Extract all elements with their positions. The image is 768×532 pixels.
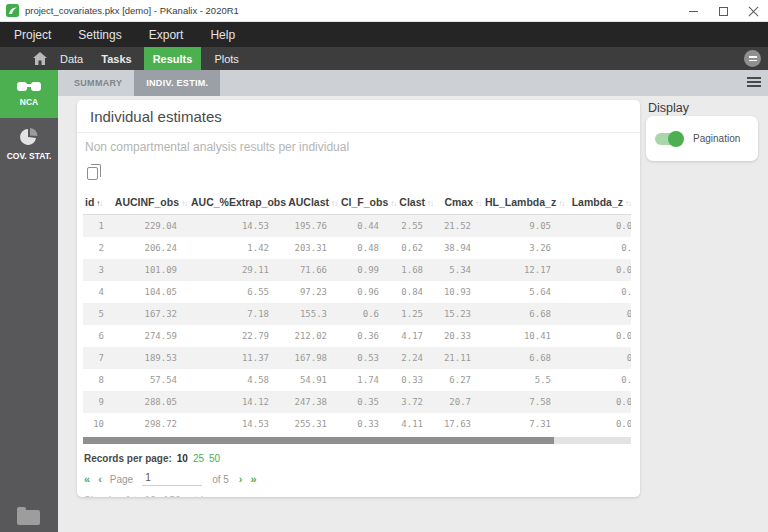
table-cell: 0.33	[341, 413, 393, 435]
pagination-toggle-label: Pagination	[693, 133, 740, 144]
table-cell: 0.077	[565, 215, 631, 238]
tab-results[interactable]: Results	[144, 47, 202, 70]
table-row: 9288.0514.12247.380.353.7220.77.580.091	[83, 391, 631, 413]
column-header-clast[interactable]: Clast↑↓	[393, 190, 437, 215]
column-header-id[interactable]: id↑↓	[83, 190, 113, 215]
table-cell: 57.54	[113, 369, 191, 391]
table-cell: 0.62	[393, 237, 437, 259]
table-row: 7189.5311.37167.980.532.2421.116.680.1	[83, 347, 631, 369]
column-header-hl_lambda_z[interactable]: HL_Lambda_z↑↓	[485, 190, 565, 215]
close-icon	[748, 6, 759, 17]
menu-settings[interactable]: Settings	[78, 28, 121, 42]
table-cell: 206.24	[113, 237, 191, 259]
folder-icon[interactable]	[17, 510, 40, 525]
table-cell: 9.05	[485, 215, 565, 238]
table-cell: 167.98	[283, 347, 341, 369]
last-page-button[interactable]: »	[251, 473, 257, 485]
records-option-10[interactable]: 10	[177, 453, 188, 464]
table-cell: 0.1	[565, 303, 631, 325]
table-horizontal-scrollbar[interactable]	[83, 437, 631, 444]
table-cell: 22.79	[191, 325, 283, 347]
table-cell: 6.55	[191, 281, 283, 303]
table-cell: 0.12	[565, 369, 631, 391]
table-cell: 1.74	[341, 369, 393, 391]
first-page-button[interactable]: «	[84, 473, 90, 485]
close-button[interactable]	[738, 0, 768, 22]
subtab-summary[interactable]: SUMMARY	[62, 70, 134, 96]
sidebar-item-cov-stat[interactable]: COV. STAT.	[0, 118, 58, 170]
table-cell: 0.44	[341, 215, 393, 238]
table-cell: 0.1	[565, 347, 631, 369]
table-cell: 0.6	[341, 303, 393, 325]
tab-data[interactable]: Data	[58, 47, 85, 70]
page-title: Individual estimates	[77, 100, 640, 133]
table-cell: 0.12	[565, 281, 631, 303]
table-cell: 6.27	[437, 369, 485, 391]
tab-tasks[interactable]: Tasks	[99, 47, 133, 70]
sidebar-item-label: COV. STAT.	[7, 151, 52, 161]
table-cell: 155.3	[283, 303, 341, 325]
table-header-row: id↑↓AUCINF_obs↑↓AUC_%Extrap_obs↑↓AUClast…	[83, 190, 631, 215]
table-cell: 20.33	[437, 325, 485, 347]
subtab-indiv-estim[interactable]: INDIV. ESTIM.	[134, 70, 220, 96]
table-cell: 7	[83, 347, 113, 369]
records-option-25[interactable]: 25	[193, 453, 204, 464]
records-option-50[interactable]: 50	[209, 453, 220, 464]
table-cell: 5.64	[485, 281, 565, 303]
table-cell: 7.31	[485, 413, 565, 435]
previous-page-button[interactable]: ‹	[98, 473, 102, 485]
menu-project[interactable]: Project	[14, 28, 51, 42]
table-cell: 14.53	[191, 215, 283, 238]
table-cell: 38.94	[437, 237, 485, 259]
table-cell: 54.91	[283, 369, 341, 391]
sidebar: NCA COV. STAT.	[0, 70, 58, 532]
scrollbar-thumb[interactable]	[83, 437, 554, 444]
menu-icon[interactable]	[747, 77, 761, 87]
table-cell: 6.68	[485, 347, 565, 369]
table-cell: 0.96	[341, 281, 393, 303]
table-cell: 274.59	[113, 325, 191, 347]
table-cell: 21.11	[437, 347, 485, 369]
records-per-page-label: Records per page:	[84, 453, 172, 464]
table-cell: 1.25	[393, 303, 437, 325]
table-cell: 5	[83, 303, 113, 325]
table-cell: 21.52	[437, 215, 485, 238]
minimize-button[interactable]	[678, 0, 708, 22]
table-cell: 14.12	[191, 391, 283, 413]
table-cell: 7.58	[485, 391, 565, 413]
feedback-chat-icon[interactable]	[744, 50, 761, 67]
table-cell: 0.84	[393, 281, 437, 303]
main-content: Individual estimates Non compartmental a…	[58, 96, 768, 532]
page-number-input[interactable]	[142, 472, 202, 486]
column-header-auc_%extrap_obs[interactable]: AUC_%Extrap_obs↑↓	[191, 190, 283, 215]
table-cell: 12.17	[485, 259, 565, 281]
column-header-auclast[interactable]: AUClast↑↓	[283, 190, 341, 215]
sidebar-item-nca[interactable]: NCA	[0, 70, 58, 118]
menu-help[interactable]: Help	[210, 28, 235, 42]
column-header-cmax[interactable]: Cmax↑↓	[437, 190, 485, 215]
glasses-icon	[17, 81, 41, 93]
home-icon[interactable]	[33, 52, 47, 65]
table-cell: 0.095	[565, 413, 631, 435]
copy-icon[interactable]	[87, 167, 98, 180]
column-header-cl_f_obs[interactable]: Cl_F_obs↑↓	[341, 190, 393, 215]
table-cell: 20.7	[437, 391, 485, 413]
next-page-button[interactable]: ›	[239, 473, 243, 485]
table-cell: 3	[83, 259, 113, 281]
minimize-icon	[689, 11, 698, 12]
sort-icon: ↑↓	[331, 199, 337, 208]
maximize-button[interactable]	[708, 0, 738, 22]
tab-plots[interactable]: Plots	[212, 47, 240, 70]
display-options-card: Pagination	[646, 116, 758, 161]
page-count-label: of 5	[212, 474, 229, 485]
column-header-aucinf_obs[interactable]: AUCINF_obs↑↓	[113, 190, 191, 215]
table-cell: 4.58	[191, 369, 283, 391]
table-cell: 10.93	[437, 281, 485, 303]
table-cell: 4	[83, 281, 113, 303]
table-cell: 247.38	[283, 391, 341, 413]
menu-export[interactable]: Export	[149, 28, 184, 42]
table-cell: 15.23	[437, 303, 485, 325]
table-cell: 189.53	[113, 347, 191, 369]
pagination-toggle[interactable]	[655, 133, 682, 145]
column-header-lambda_z[interactable]: Lambda_z↑↓	[565, 190, 631, 215]
